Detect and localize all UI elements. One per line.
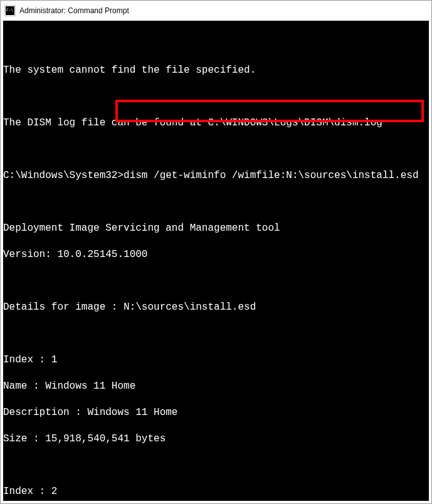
- blank-line: [3, 459, 429, 472]
- error-message: The system cannot find the file specifie…: [3, 64, 429, 77]
- prompt-path: C:\Windows\System32>: [3, 170, 124, 181]
- tool-name: Deployment Image Servicing and Managemen…: [3, 222, 429, 235]
- terminal-output[interactable]: The system cannot find the file specifie…: [3, 21, 429, 501]
- blank-line: [3, 90, 429, 103]
- blank-line: [3, 143, 429, 156]
- blank-line: [3, 196, 429, 209]
- tool-version: Version: 10.0.25145.1000: [3, 248, 429, 261]
- image-description: Description : Windows 11 Home: [3, 406, 429, 419]
- command-line: C:\Windows\System32>dism /get-wiminfo /w…: [3, 169, 429, 182]
- log-file-path: The DISM log file can be found at C:\WIN…: [3, 117, 429, 130]
- svg-text:C:\: C:\: [6, 8, 13, 12]
- details-header: Details for image : N:\sources\install.e…: [3, 301, 429, 314]
- image-index: Index : 2: [3, 485, 429, 498]
- window-title: Administrator: Command Prompt: [19, 6, 129, 15]
- blank-line: [3, 38, 429, 51]
- titlebar[interactable]: C:\ Administrator: Command Prompt: [1, 1, 431, 21]
- command-text: dism /get-wiminfo /wimfile:N:\sources\in…: [124, 170, 418, 181]
- blank-line: [3, 327, 429, 340]
- image-index: Index : 1: [3, 354, 429, 367]
- image-size: Size : 15,918,540,541 bytes: [3, 433, 429, 446]
- blank-line: [3, 275, 429, 288]
- image-name: Name : Windows 11 Home: [3, 380, 429, 393]
- cmd-icon: C:\: [4, 5, 16, 16]
- command-prompt-window: C:\ Administrator: Command Prompt The sy…: [0, 0, 432, 504]
